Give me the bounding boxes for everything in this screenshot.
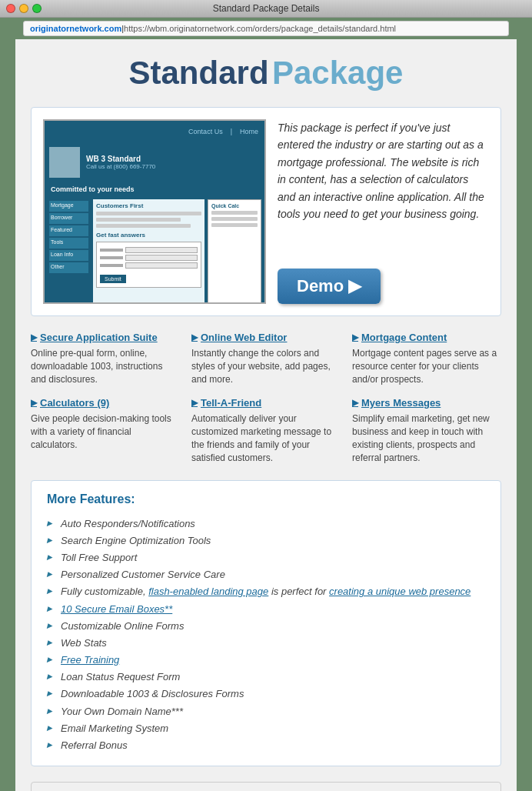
feature-arrow-5: ▶ xyxy=(352,398,358,408)
hero-text: This package is perfect if you've just e… xyxy=(278,119,489,304)
list-item: Search Engine Optimization Tools xyxy=(47,532,485,549)
feature-title-5[interactable]: ▶ Myers Messages xyxy=(352,397,501,409)
address-bar[interactable]: originatornetwork.com | https://wbm.orig… xyxy=(23,21,509,36)
feature-desc-5: Simplify email marketing, get new busine… xyxy=(352,412,501,464)
feature-desc-4: Automatically deliver your customized ma… xyxy=(191,412,341,464)
list-item: Toll Free Support xyxy=(47,549,485,566)
list-item: Fully customizable, flash-enabled landin… xyxy=(47,583,485,600)
list-item: Web Stats xyxy=(47,635,485,652)
mock-nav: Contact Us | Home xyxy=(45,121,264,142)
list-item: 10 Secure Email Boxes** xyxy=(47,601,485,618)
feature-desc-0: Online pre-qual form, online, downloadab… xyxy=(31,347,180,385)
list-item: Downloadable 1003 & Disclosures Forms xyxy=(47,686,485,703)
title-word2: Package xyxy=(272,55,403,91)
feature-title-0[interactable]: ▶ Secure Application Suite xyxy=(31,332,180,343)
feature-title-3[interactable]: ▶ Calculators (9) xyxy=(31,397,180,409)
address-url: https://wbm.originatornetwork.com/orders… xyxy=(124,24,396,33)
address-domain: originatornetwork.com xyxy=(30,24,121,33)
list-item: Loan Status Request Form xyxy=(47,669,485,686)
feature-item-5: ▶ Myers Messages Simplify email marketin… xyxy=(352,397,501,464)
maximize-button[interactable] xyxy=(32,4,42,13)
mock-main: Customers First Get fast answers xyxy=(93,199,204,304)
list-item: Personalized Customer Service Care xyxy=(47,566,485,583)
feature-arrow-0: ▶ xyxy=(31,332,37,342)
feature-desc-2: Mortgage content pages serve as a resour… xyxy=(352,347,501,385)
mock-avatar xyxy=(49,147,80,178)
browser-titlebar: Standard Package Details xyxy=(0,0,532,18)
pricing-bar: Set Up Fee: $199 Monthly Service Fee: $5… xyxy=(31,782,501,791)
mock-content: Mortgage Borrower Featured Tools Loan In… xyxy=(45,196,264,304)
mock-header: WB 3 Standard Call us at (800) 669-7770 xyxy=(45,142,264,182)
feature-title-2[interactable]: ▶ Mortgage Content xyxy=(352,332,501,343)
minimize-button[interactable] xyxy=(19,4,28,13)
hero-screenshot: Contact Us | Home WB 3 Standard Call us … xyxy=(43,119,266,304)
hero-section: Contact Us | Home WB 3 Standard Call us … xyxy=(31,107,501,316)
mock-quick-calc: Quick Calc xyxy=(208,199,261,304)
feature-item-2: ▶ Mortgage Content Mortgage content page… xyxy=(352,332,501,385)
feature-item-0: ▶ Secure Application Suite Online pre-qu… xyxy=(31,332,180,385)
mock-sidebar: Mortgage Borrower Featured Tools Loan In… xyxy=(48,199,90,304)
feature-arrow-1: ▶ xyxy=(191,332,198,342)
feature-arrow-2: ▶ xyxy=(352,332,358,342)
feature-title-4[interactable]: ▶ Tell-A-Friend xyxy=(191,397,341,409)
demo-button[interactable]: Demo ▶ xyxy=(278,269,381,304)
page-wrapper: Standard Package Contact Us | Home WB 3 … xyxy=(15,39,517,791)
page-title: Standard Package xyxy=(31,55,501,92)
feature-arrow-4: ▶ xyxy=(191,398,198,408)
features-list: Auto Responders/Notifications Search Eng… xyxy=(47,516,485,755)
feature-item-3: ▶ Calculators (9) Give people decision-m… xyxy=(31,397,180,464)
list-item: Referral Bonus xyxy=(47,737,485,754)
mock-form: Submit xyxy=(96,242,201,288)
close-button[interactable] xyxy=(6,4,15,13)
list-item: Your Own Domain Name*** xyxy=(47,703,485,720)
feature-arrow-3: ▶ xyxy=(31,398,37,408)
more-features-title: More Features: xyxy=(47,492,485,506)
secure-email-link[interactable]: 10 Secure Email Boxes** xyxy=(61,603,172,615)
list-item: Auto Responders/Notifications xyxy=(47,516,485,532)
title-word1: Standard xyxy=(129,55,269,91)
more-features-box: More Features: Auto Responders/Notificat… xyxy=(31,480,501,767)
feature-title-1[interactable]: ▶ Online Web Editor xyxy=(191,332,341,343)
browser-window-controls xyxy=(6,4,42,13)
free-training-link[interactable]: Free Training xyxy=(61,654,119,666)
feature-desc-1: Instantly change the colors and styles o… xyxy=(191,347,341,385)
mock-tagline: Committed to your needs xyxy=(45,182,264,196)
features-grid: ▶ Secure Application Suite Online pre-qu… xyxy=(31,332,501,465)
list-item: Free Training xyxy=(47,652,485,669)
list-item: Customizable Online Forms xyxy=(47,618,485,635)
feature-item-1: ▶ Online Web Editor Instantly change the… xyxy=(191,332,341,385)
feature-item-4: ▶ Tell-A-Friend Automatically deliver yo… xyxy=(191,397,341,464)
feature-desc-3: Give people decision-making tools with a… xyxy=(31,412,180,451)
browser-title: Standard Package Details xyxy=(213,3,320,14)
list-item: Email Marketing System xyxy=(47,720,485,737)
mock-submit-button: Submit xyxy=(100,275,126,283)
hero-description: This package is perfect if you've just e… xyxy=(278,119,489,222)
